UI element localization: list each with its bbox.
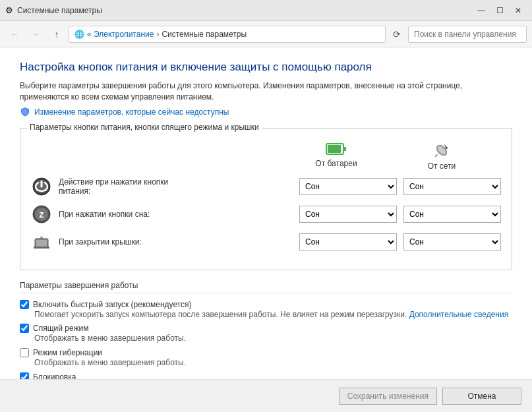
svg-rect-13 (36, 240, 47, 247)
hibernate-item: Режим гибернации Отображать в меню завер… (20, 348, 512, 368)
lock-label[interactable]: Блокировка (20, 372, 512, 379)
power-button-row: Действие при нажатии кнопки питания: Сон… (31, 176, 501, 197)
lock-text: Блокировка (33, 372, 76, 379)
power-button-icon (31, 176, 52, 197)
battery-icon (326, 142, 347, 156)
nav-bar: ← → ↑ 🌐 « Электропитание › Системные пар… (0, 21, 532, 47)
sleep-mode-label[interactable]: Спящий режим (20, 324, 512, 333)
lock-checkbox[interactable] (20, 372, 29, 379)
fast-launch-label[interactable]: Включить быстрый запуск (рекомендуется) (20, 300, 512, 309)
shield-icon (20, 107, 30, 117)
svg-marker-15 (40, 236, 44, 239)
power-button-label-group: Действие при нажатии кнопки питания: (31, 176, 299, 197)
forward-button[interactable]: → (26, 25, 45, 44)
lid-close-battery-select[interactable]: Сон Завершение работы Гибернация Ничего … (299, 233, 397, 250)
sleep-button-network-select[interactable]: Сон Завершение работы Гибернация Ничего … (403, 206, 501, 223)
sleep-button-battery-select[interactable]: Сон Завершение работы Гибернация Ничего … (299, 206, 397, 223)
power-button-network-select[interactable]: Сон Завершение работы Гибернация Ничего … (403, 178, 501, 195)
lid-close-network-select[interactable]: Сон Завершение работы Гибернация Ничего … (403, 233, 501, 250)
minimize-button[interactable]: — (473, 4, 490, 17)
network-label: От сети (428, 162, 456, 171)
hibernate-text: Режим гибернации (33, 348, 102, 357)
save-button[interactable]: Сохранить изменения (339, 388, 437, 405)
shield-link-container: Изменение параметров, которые сейчас нед… (20, 107, 512, 117)
lid-close-label-group: При закрытии крышки: (31, 231, 299, 252)
sleep-mode-checkbox[interactable] (20, 324, 29, 333)
sleep-button-label: При нажатии кнопки сна: (59, 210, 150, 219)
power-section: Параметры кнопки питания, кнопки спящего… (20, 128, 512, 270)
lid-close-row: При закрытии крышки: Сон Завершение рабо… (31, 231, 501, 252)
power-icon (32, 177, 51, 196)
svg-rect-2 (343, 147, 346, 151)
sleep-mode-desc: Отображать в меню завершения работы. (34, 333, 512, 344)
hibernate-desc: Отображать в меню завершения работы. (34, 357, 512, 368)
svg-rect-1 (328, 145, 341, 153)
svg-rect-14 (34, 247, 49, 249)
lid-close-selects: Сон Завершение работы Гибернация Ничего … (299, 233, 501, 250)
title-bar-text: Системные параметры (17, 6, 102, 15)
title-bar-controls: — ☐ ✕ (473, 4, 527, 17)
shield-link[interactable]: Изменение параметров, которые сейчас нед… (34, 107, 229, 117)
hibernate-checkbox[interactable] (20, 348, 29, 357)
power-section-content: От батареи От сети (20, 129, 512, 270)
power-button-selects: Сон Завершение работы Гибернация Ничего … (299, 178, 501, 195)
shutdown-section: Параметры завершения работы Включить быс… (20, 281, 512, 379)
page-description: Выберите параметры завершения работы для… (20, 80, 512, 103)
sleep-button-selects: Сон Завершение работы Гибернация Ничего … (299, 206, 501, 223)
sleep-button-icon: z (31, 204, 52, 225)
plug-icon (431, 142, 452, 159)
search-input[interactable] (408, 26, 527, 43)
fast-launch-desc: Помогает ускорить запуск компьютера посл… (34, 309, 512, 320)
svg-line-6 (435, 154, 437, 156)
fast-launch-link[interactable]: Дополнительные сведения (409, 310, 508, 319)
breadcrumb-separator: › (156, 30, 159, 39)
battery-header: От батареи (283, 142, 389, 171)
back-button[interactable]: ← (5, 25, 24, 44)
title-bar: ⚙ Системные параметры — ☐ ✕ (0, 0, 532, 21)
breadcrumb-root-icon: 🌐 (74, 30, 84, 39)
fast-launch-desc-text: Помогает ускорить запуск компьютера посл… (34, 310, 407, 319)
title-bar-icon: ⚙ (5, 5, 13, 15)
lid-close-icon (31, 231, 52, 252)
shutdown-section-title: Параметры завершения работы (20, 281, 512, 293)
cancel-button[interactable]: Отмена (442, 388, 521, 405)
main-content: Настройка кнопок питания и включение защ… (0, 47, 532, 379)
breadcrumb: 🌐 « Электропитание › Системные параметры (69, 26, 386, 43)
up-button[interactable]: ↑ (47, 25, 66, 44)
breadcrumb-item-power[interactable]: « Электропитание (87, 30, 154, 39)
lid-close-label: При закрытии крышки: (59, 237, 142, 247)
page-title: Настройка кнопок питания и включение защ… (20, 61, 512, 74)
maximize-button[interactable]: ☐ (491, 4, 508, 17)
svg-text:z: z (40, 209, 44, 220)
sleep-button-row: z При нажатии кнопки сна: Сон Завершение… (31, 204, 501, 225)
fast-launch-text: Включить быстрый запуск (рекомендуется) (33, 300, 192, 309)
refresh-button[interactable]: ⟳ (388, 26, 405, 43)
lid-icon (32, 232, 51, 252)
battery-label: От батареи (315, 159, 357, 168)
power-button-label: Действие при нажатии кнопки питания: (59, 177, 191, 196)
sleep-button-label-group: z При нажатии кнопки сна: (31, 204, 299, 225)
power-button-battery-select[interactable]: Сон Завершение работы Гибернация Ничего … (299, 178, 397, 195)
network-header: От сети (389, 142, 494, 171)
lock-item: Блокировка Отображать в меню аватара. (20, 372, 512, 379)
fast-launch-item: Включить быстрый запуск (рекомендуется) … (20, 300, 512, 320)
title-bar-left: ⚙ Системные параметры (5, 5, 102, 15)
breadcrumb-current: Системные параметры (162, 30, 247, 39)
sleep-mode-text: Спящий режим (33, 324, 88, 333)
power-section-legend: Параметры кнопки питания, кнопки спящего… (27, 123, 262, 132)
sleep-mode-item: Спящий режим Отображать в меню завершени… (20, 324, 512, 344)
footer: Сохранить изменения Отмена (0, 379, 532, 412)
sleep-icon: z (32, 204, 51, 224)
hibernate-label[interactable]: Режим гибернации (20, 348, 512, 357)
power-header-row: От батареи От сети (31, 142, 501, 171)
close-button[interactable]: ✕ (510, 4, 527, 17)
fast-launch-checkbox[interactable] (20, 300, 29, 309)
